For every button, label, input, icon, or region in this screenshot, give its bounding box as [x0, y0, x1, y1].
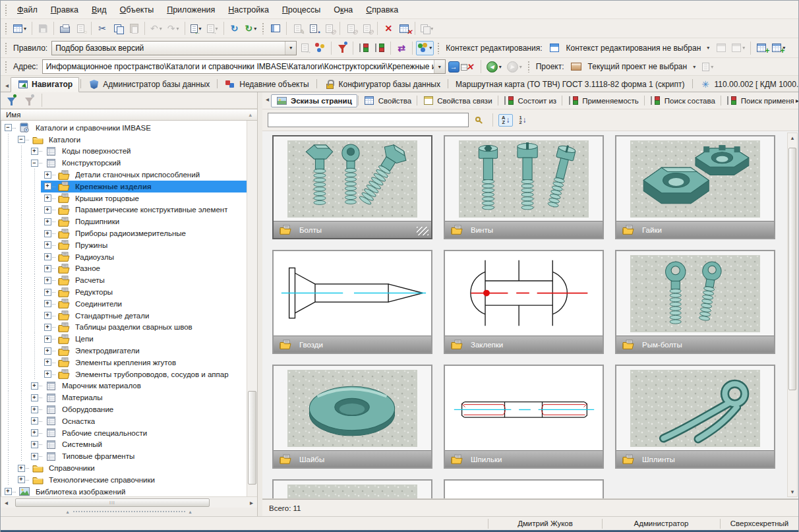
main-tab-3[interactable]: Недавние объекты: [219, 78, 314, 92]
tree-item[interactable]: +Крепежные изделия: [1, 181, 247, 192]
back-icon[interactable]: ◀▾: [485, 59, 504, 74]
toolbar-grip[interactable]: [5, 42, 8, 54]
menu-item[interactable]: Правка: [44, 2, 85, 18]
refresh-icon[interactable]: ↻: [227, 21, 242, 36]
tree-item[interactable]: +Таблицы разделки сварных швов: [1, 322, 247, 334]
catalog-card[interactable]: Шплинты: [615, 365, 775, 469]
toolbar-grip[interactable]: [262, 22, 265, 34]
panel-collapse-grip[interactable]: ▴▴: [1, 508, 257, 516]
tree-item[interactable]: −Каталоги и справочники IMBASE: [1, 122, 247, 134]
scrollbar-thumb[interactable]: [248, 391, 256, 485]
tree-expand-icon[interactable]: −: [31, 160, 38, 167]
tree-item[interactable]: +Библиотека изображений: [1, 486, 247, 496]
tree-expand-icon[interactable]: +: [44, 277, 51, 284]
dropdown-arrow-icon[interactable]: ▾: [429, 45, 432, 51]
menu-item[interactable]: Вид: [85, 2, 113, 18]
toolbar-grip[interactable]: [5, 22, 8, 34]
catalog-card[interactable]: Винты: [444, 135, 604, 239]
tab-scroll-right-icon[interactable]: ▸: [794, 97, 799, 104]
toolbar-grip[interactable]: [527, 61, 531, 73]
tree-expand-icon[interactable]: +: [31, 417, 38, 425]
catalog-card[interactable]: Гайки: [615, 135, 775, 239]
tree-item[interactable]: +Типовые фрагменты: [1, 450, 247, 462]
go-address-icon[interactable]: →: [446, 59, 461, 74]
address-combobox[interactable]: Информационное пространство\Каталоги и с…: [42, 59, 446, 74]
catalog-card[interactable]: Гвозди: [272, 250, 432, 354]
panel-tab-5[interactable]: Применяемость: [563, 94, 643, 107]
tree-item[interactable]: +Марочник материалов: [1, 380, 247, 392]
panel-tab-3[interactable]: Свойства связи: [418, 94, 496, 107]
tree-expand-icon[interactable]: +: [31, 429, 38, 436]
tree-item[interactable]: +Подшипники: [1, 216, 247, 227]
catalog-card[interactable]: Шайбы: [272, 365, 432, 469]
tree-horizontal-scrollbar[interactable]: ◂ III ▸: [1, 496, 257, 508]
catalog-card[interactable]: Шпильки: [444, 365, 604, 469]
save-document-icon[interactable]: [306, 21, 320, 36]
menu-item[interactable]: Процессы: [276, 2, 327, 18]
tree-expand-icon[interactable]: +: [44, 171, 51, 179]
tree-item[interactable]: +Приборы радиоизмерительные: [1, 227, 247, 239]
tree-expand-icon[interactable]: +: [44, 312, 51, 319]
panel-splitter[interactable]: [258, 92, 262, 516]
main-tab-6[interactable]: ✳110.00.002 [ КДМ 1000.00.0: [694, 78, 799, 92]
tree-item[interactable]: +Соединители: [1, 298, 247, 310]
dropdown-arrow-icon[interactable]: ▾: [499, 64, 502, 70]
print-icon[interactable]: [57, 21, 72, 36]
tree-expand-icon[interactable]: +: [31, 148, 38, 155]
tree-item[interactable]: +Цепи: [1, 333, 247, 345]
compare-icon[interactable]: ⇄: [394, 41, 409, 55]
tree-expand-icon[interactable]: +: [31, 406, 38, 413]
clear-address-icon[interactable]: ✕: [463, 59, 477, 74]
panel-tab-4[interactable]: Состоит из: [499, 94, 562, 107]
tree-vertical-scrollbar[interactable]: [247, 121, 257, 496]
tree-item[interactable]: +Крышки торцовые: [1, 192, 247, 204]
tree-item[interactable]: +Параметрические конструктивные элемент: [1, 204, 247, 216]
import-object-icon[interactable]: ▾: [189, 21, 204, 36]
tree-item[interactable]: +Детали станочных приспособлений: [1, 169, 247, 181]
delete-from-table-icon[interactable]: [397, 21, 411, 36]
add-context-icon[interactable]: ▾: [770, 41, 787, 55]
tree-item[interactable]: −Каталоги: [1, 134, 247, 146]
tree-expand-icon[interactable]: +: [44, 289, 51, 296]
create-context-icon[interactable]: [754, 41, 769, 55]
menu-item[interactable]: Приложения: [160, 2, 222, 18]
tree-expand-icon[interactable]: +: [44, 218, 51, 225]
tree-item[interactable]: +Элементы крепления жгутов: [1, 357, 247, 369]
menu-item[interactable]: Справка: [359, 2, 405, 18]
cut-icon[interactable]: ✂: [95, 21, 109, 36]
sort-alphabetical-button[interactable]: AZ↓: [498, 114, 513, 127]
tree-expand-icon[interactable]: +: [44, 183, 51, 190]
tree-item[interactable]: +Радиоузлы: [1, 251, 247, 263]
tree-item[interactable]: +Разное: [1, 263, 247, 275]
main-tab-5[interactable]: Маршрутная карта (ТО ТВЧ) ГОСТ 3.1118-82…: [450, 78, 691, 92]
tree-expand-icon[interactable]: +: [18, 465, 25, 472]
copy-icon[interactable]: [111, 21, 125, 36]
tree-expand-icon[interactable]: +: [5, 488, 12, 495]
filter-icon[interactable]: [335, 41, 349, 55]
tree-item[interactable]: +Расчеты: [1, 274, 247, 286]
tab-scroll-left-icon[interactable]: ◂: [3, 82, 11, 92]
tree-expand-icon[interactable]: +: [44, 359, 51, 366]
toolbar-grip[interactable]: [437, 42, 440, 54]
scrollbar-thumb[interactable]: [788, 148, 796, 390]
tree-expand-icon[interactable]: +: [44, 194, 51, 202]
delete-icon[interactable]: ✕: [381, 21, 396, 36]
tree-expand-icon[interactable]: +: [18, 476, 25, 483]
tree-expand-icon[interactable]: +: [44, 253, 51, 260]
context-combobox[interactable]: Контекст редактирования не выбран ▾: [562, 42, 714, 54]
project-combobox[interactable]: Текущий проект не выбран ▾: [584, 61, 700, 73]
menu-item[interactable]: Окна: [327, 2, 359, 18]
tree-item[interactable]: +Технологические справочники: [1, 474, 247, 486]
tree-expand-icon[interactable]: −: [18, 136, 25, 143]
scrollbar-thumb[interactable]: III: [15, 498, 209, 507]
view-mode-icon[interactable]: ▾: [11, 21, 28, 36]
tree-filter-icon[interactable]: [4, 93, 18, 107]
expand-structure-icon[interactable]: [357, 41, 371, 55]
versions-icon[interactable]: ▾: [416, 41, 434, 55]
panel-tab-7[interactable]: Поиск применяемости: [722, 94, 799, 107]
tree-item[interactable]: +Материалы: [1, 392, 247, 403]
menu-item[interactable]: Объекты: [113, 2, 161, 18]
panel-tab-6[interactable]: Поиск состава: [645, 94, 720, 107]
catalog-card[interactable]: [272, 479, 432, 498]
toolbar-grip[interactable]: [5, 61, 8, 73]
